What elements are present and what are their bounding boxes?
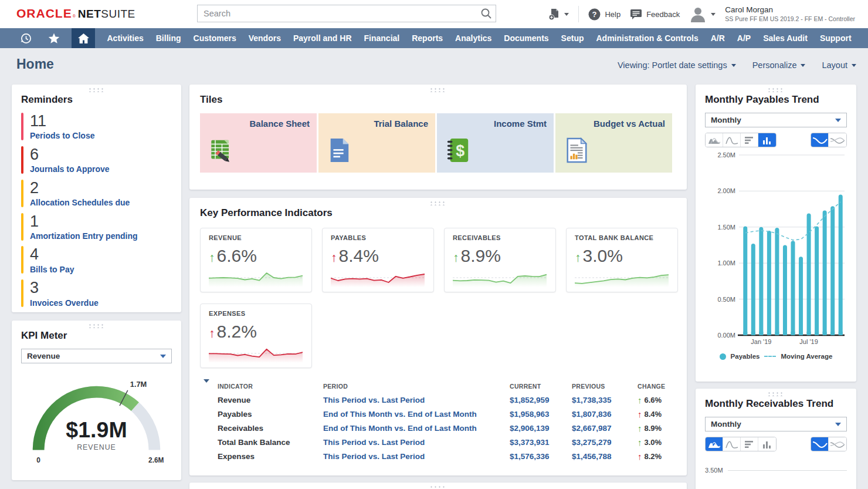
drag-handle-icon[interactable] — [429, 201, 447, 205]
drag-handle-icon[interactable] — [767, 392, 785, 396]
reminder-item[interactable]: 2Allocation Schedules due — [21, 180, 172, 207]
current-cell[interactable]: $3,373,931 — [510, 438, 572, 447]
personalize-dropdown[interactable]: Personalize — [752, 60, 806, 70]
nav-item-customers[interactable]: Customers — [187, 28, 242, 48]
nav-item-a-r[interactable]: A/R — [704, 28, 731, 48]
previous-cell[interactable]: $2,667,987 — [572, 424, 638, 433]
period-cell[interactable]: This Period vs. Last Period — [323, 452, 510, 461]
line-chart-button[interactable] — [723, 133, 741, 147]
reminder-item[interactable]: 4Bills to Pay — [21, 246, 172, 274]
previous-cell[interactable]: $1,807,836 — [572, 410, 638, 419]
vbar-chart-button[interactable] — [758, 437, 776, 451]
line-overlay-button[interactable] — [829, 437, 846, 451]
feedback-button[interactable]: Feedback — [630, 9, 680, 20]
period-cell[interactable]: End of This Month vs. End of Last Month — [323, 410, 510, 419]
period-cell[interactable]: This Period vs. Last Period — [323, 438, 510, 447]
search-input[interactable] — [197, 5, 496, 22]
current-cell[interactable]: $1,852,959 — [510, 396, 572, 404]
nav-item-documents[interactable]: Documents — [498, 28, 555, 48]
nav-item-analytics[interactable]: Analytics — [449, 28, 498, 48]
ledger-dollar-icon: $ — [445, 137, 471, 166]
current-cell[interactable]: $2,906,139 — [510, 424, 572, 433]
tile-budget-vs-actual[interactable]: Budget vs Actual — [555, 113, 672, 173]
reminder-count: 2 — [30, 180, 130, 196]
nav-item-administration-controls[interactable]: Administration & Controls — [590, 28, 704, 48]
chart-type-group — [705, 437, 777, 451]
column-header: PREVIOUS — [572, 383, 638, 390]
new-record-button[interactable] — [548, 8, 569, 21]
drag-handle-icon[interactable] — [767, 87, 785, 92]
reminder-item[interactable]: 6Journals to Approve — [21, 146, 172, 174]
nav-item-setup[interactable]: Setup — [555, 28, 590, 48]
svg-text:0: 0 — [36, 456, 40, 464]
main-nav: ActivitiesBillingCustomersVendorsPayroll… — [0, 28, 868, 48]
search-icon[interactable] — [480, 8, 492, 22]
recent-records-icon[interactable] — [14, 28, 38, 48]
period-cell[interactable]: End of This Month vs. End of Last Month — [323, 424, 510, 433]
layout-dropdown[interactable]: Layout — [822, 60, 856, 70]
help-button[interactable]: ? Help — [588, 8, 621, 21]
nav-item-payroll-and-hr[interactable]: Payroll and HR — [287, 28, 358, 48]
payables-period-select[interactable]: Monthly — [705, 113, 847, 127]
hbar-chart-button[interactable] — [741, 133, 758, 147]
previous-cell[interactable]: $3,275,279 — [572, 438, 638, 447]
line-overlay-button[interactable] — [829, 133, 846, 147]
nav-item-activities[interactable]: Activities — [101, 28, 150, 48]
period-cell[interactable]: This Period vs. Last Period — [323, 396, 510, 404]
reminder-label: Journals to Approve — [30, 164, 110, 174]
kpi-meter-select[interactable]: Revenue — [21, 349, 172, 363]
reminder-color-bar — [21, 246, 23, 274]
nav-item-a-p[interactable]: A/P — [731, 28, 757, 48]
oracle-wordmark: ORACLE — [16, 6, 72, 21]
indicator-filter-caret-icon[interactable] — [204, 379, 209, 390]
indicator-cell: Total Bank Balance — [218, 438, 323, 447]
kpi-change-value: 6.6% — [217, 246, 257, 266]
drag-handle-icon[interactable] — [429, 485, 447, 489]
shortcuts-star-icon[interactable] — [42, 28, 66, 48]
kpi-card-revenue[interactable]: REVENUE↑6.6% — [200, 228, 312, 292]
drag-handle-icon[interactable] — [88, 323, 106, 328]
area-chart-button[interactable] — [706, 437, 723, 451]
nav-item-billing[interactable]: Billing — [150, 28, 187, 48]
kpi-card-total-bank-balance[interactable]: TOTAL BANK BALANCE↑3.0% — [566, 228, 678, 292]
document-icon — [327, 137, 351, 166]
nav-item-support[interactable]: Support — [813, 28, 857, 48]
reminder-item[interactable]: 3Invoices Overdue — [21, 279, 172, 307]
help-icon: ? — [588, 8, 601, 21]
tile-trial-balance[interactable]: Trial Balance — [318, 113, 435, 173]
smooth-overlay-button[interactable] — [811, 437, 829, 451]
svg-text:2.50M: 2.50M — [717, 151, 735, 158]
chevron-down-icon — [160, 355, 166, 358]
drag-handle-icon[interactable] — [88, 87, 106, 92]
previous-cell[interactable]: $1,738,335 — [572, 396, 638, 404]
current-cell[interactable]: $1,958,963 — [510, 410, 572, 419]
user-menu[interactable] — [689, 6, 716, 22]
nav-item-reports[interactable]: Reports — [406, 28, 449, 48]
line-chart-button[interactable] — [723, 437, 741, 451]
nav-item-vendors[interactable]: Vendors — [242, 28, 287, 48]
current-cell[interactable]: $1,576,336 — [510, 452, 572, 461]
kpi-card-expenses[interactable]: EXPENSES↑8.2% — [200, 303, 312, 368]
kpi-table-row: ExpensesThis Period vs. Last Period$1,57… — [200, 449, 676, 463]
viewing-dropdown[interactable]: Viewing: Portlet date settings — [618, 60, 736, 70]
tile-balance-sheet[interactable]: Balance Sheet — [200, 113, 317, 173]
kpi-card-payables[interactable]: PAYABLES↑8.4% — [322, 228, 434, 292]
area-chart-button[interactable] — [706, 133, 723, 147]
previous-cell[interactable]: $1,456,788 — [572, 452, 638, 461]
reminder-item[interactable]: 11Periods to Close — [21, 113, 172, 140]
hbar-chart-button[interactable] — [741, 437, 758, 451]
nav-item-sales-audit[interactable]: Sales Audit — [757, 28, 814, 48]
nav-item-financial[interactable]: Financial — [358, 28, 406, 48]
payables-trend-portlet: Monthly Payables Trend Monthly 0.00M0.50… — [696, 85, 856, 382]
kpi-card-receivables[interactable]: RECEIVABLES↑8.9% — [444, 228, 556, 292]
drag-handle-icon[interactable] — [429, 87, 447, 92]
kpi-change-value: 8.9% — [461, 246, 501, 266]
page-title: Home — [16, 56, 54, 72]
tile-income-stmt[interactable]: Income Stmt$ — [437, 113, 554, 173]
home-icon[interactable] — [72, 28, 95, 48]
receivables-period-select[interactable]: Monthly — [705, 417, 847, 431]
reminder-color-bar — [21, 180, 23, 207]
reminder-item[interactable]: 1Amortization Entry pending — [21, 213, 172, 241]
smooth-overlay-button[interactable] — [811, 133, 829, 147]
vbar-chart-button[interactable] — [758, 133, 776, 147]
